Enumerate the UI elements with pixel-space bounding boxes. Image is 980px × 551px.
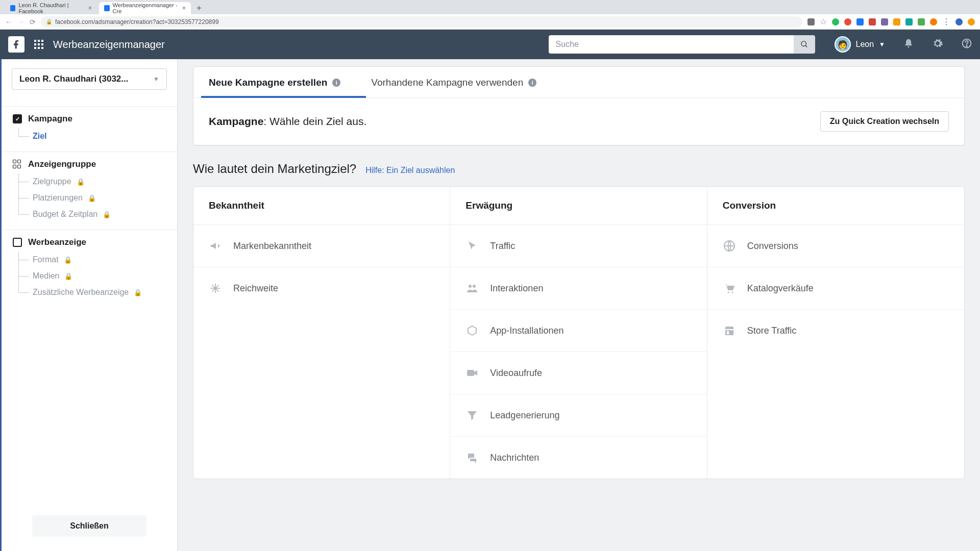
star-icon[interactable]: ☆: [820, 17, 827, 27]
sidebar-item-ziel[interactable]: Ziel: [18, 128, 166, 144]
extension-icon[interactable]: [893, 18, 900, 26]
people-icon: [465, 282, 479, 295]
campaign-prompt: Kampagne: Wähle dein Ziel aus.: [209, 115, 366, 128]
tab-new-campaign[interactable]: Neue Kampagne erstellen i: [209, 67, 340, 97]
check-icon: ✓: [13, 114, 22, 123]
funnel-icon: [465, 409, 479, 422]
extension-icon[interactable]: [930, 18, 937, 26]
goals-col-awareness: Bekanntheit Markenbekanntheit Reichweite: [193, 187, 450, 479]
page: Leon R. Chaudhari (3032... ▼ ✓ Kampagne …: [0, 59, 980, 551]
goal-lead-gen[interactable]: Leadgenerierung: [450, 394, 706, 437]
goal-brand-awareness[interactable]: Markenbekanntheit: [193, 225, 450, 267]
extension-icon[interactable]: [856, 18, 864, 26]
goal-engagement[interactable]: Interaktionen: [450, 267, 706, 310]
goals-grid: Bekanntheit Markenbekanntheit Reichweite…: [193, 186, 965, 479]
close-icon[interactable]: ×: [182, 5, 186, 12]
svg-point-15: [473, 285, 476, 288]
quick-creation-button[interactable]: Zu Quick Creation wechseln: [820, 111, 949, 132]
goal-video-views[interactable]: Videoaufrufe: [450, 352, 706, 394]
section-heading[interactable]: ✓ Kampagne: [13, 114, 166, 124]
sidebar-item-zielgruppe[interactable]: Zielgruppe🔒: [18, 173, 166, 190]
gear-icon[interactable]: [932, 38, 943, 52]
address-bar: ← → ⟳ 🔒 facebook.com/adsmanager/creation…: [0, 14, 980, 30]
new-tab-button[interactable]: +: [193, 2, 205, 14]
close-button[interactable]: Schließen: [32, 515, 146, 537]
svg-rect-5: [41, 43, 43, 45]
extension-icon[interactable]: [955, 18, 963, 26]
extension-icon[interactable]: [881, 18, 888, 26]
tab-title: Werbeanzeigenmanager - Cre: [113, 2, 179, 14]
goals-col-conversion: Conversion Conversions Katalogverkäufe S…: [707, 187, 964, 479]
menu-icon[interactable]: ⋮: [942, 17, 950, 27]
favicon-icon: [10, 5, 15, 11]
svg-rect-1: [38, 40, 40, 42]
facebook-logo[interactable]: [8, 36, 24, 53]
svg-rect-16: [467, 370, 474, 376]
svg-rect-2: [41, 40, 43, 42]
svg-point-18: [727, 292, 729, 293]
sidebar-item-budget[interactable]: Budget & Zeitplan🔒: [18, 206, 166, 222]
question-row: Wie lautet dein Marketingziel? Hilfe: Ei…: [193, 162, 965, 176]
goal-reach[interactable]: Reichweite: [193, 267, 450, 309]
adset-icon: [13, 160, 22, 169]
user-menu[interactable]: 🧑 Leon ▼: [835, 36, 885, 53]
store-icon: [723, 324, 736, 337]
chevron-down-icon: ▼: [153, 76, 159, 83]
goal-traffic[interactable]: Traffic: [450, 225, 706, 267]
goal-messages[interactable]: Nachrichten: [450, 437, 706, 479]
apps-icon[interactable]: [34, 39, 44, 49]
extension-icon[interactable]: [905, 18, 913, 26]
help-link[interactable]: Hilfe: Ein Ziel auswählen: [365, 166, 455, 175]
chevron-down-icon: ▼: [879, 41, 885, 48]
sidebar-item-medien[interactable]: Medien🔒: [18, 268, 166, 284]
reload-icon[interactable]: ⟳: [30, 18, 36, 26]
extension-icon[interactable]: [918, 18, 925, 26]
section-heading[interactable]: Werbeanzeige: [13, 237, 166, 247]
marketing-question: Wie lautet dein Marketingziel?: [193, 162, 356, 176]
forward-icon[interactable]: →: [17, 18, 24, 26]
url-input[interactable]: 🔒 facebook.com/adsmanager/creation?act=3…: [41, 16, 802, 28]
goal-app-installs[interactable]: App-Installationen: [450, 310, 706, 352]
tab-existing-campaign[interactable]: Vorhandene Kampagne verwenden i: [371, 67, 536, 97]
svg-point-12: [966, 45, 967, 46]
lock-icon: 🔒: [77, 178, 85, 186]
lock-icon: 🔒: [46, 19, 52, 24]
back-icon[interactable]: ←: [5, 18, 12, 26]
account-dropdown[interactable]: Leon R. Chaudhari (3032... ▼: [12, 68, 167, 90]
search-input[interactable]: [549, 35, 794, 54]
browser-tab[interactable]: Leon R. Chaudhari | Facebook ×: [5, 2, 97, 14]
bell-icon[interactable]: [903, 38, 914, 51]
goal-catalog-sales[interactable]: Katalogverkäufe: [707, 267, 964, 310]
close-icon[interactable]: ×: [88, 5, 92, 12]
megaphone-icon: [209, 239, 222, 253]
goal-conversions[interactable]: Conversions: [707, 225, 964, 267]
url-text: facebook.com/adsmanager/creation?act=303…: [55, 18, 219, 26]
extension-icon[interactable]: [844, 18, 851, 26]
lock-icon: 🔒: [64, 256, 72, 264]
box-icon: [465, 324, 479, 337]
svg-rect-3: [34, 43, 36, 45]
goals-col-consideration: Erwägung Traffic Interaktionen App-Insta…: [450, 187, 707, 479]
extension-icon[interactable]: [832, 18, 839, 26]
browser-chrome: Leon R. Chaudhari | Facebook × Werbeanze…: [0, 0, 980, 30]
svg-rect-0: [34, 40, 36, 42]
extension-icon[interactable]: [807, 18, 815, 26]
sidebar-item-platzierungen[interactable]: Platzierungen🔒: [18, 190, 166, 206]
campaign-card: Neue Kampagne erstellen i Vorhandene Kam…: [193, 66, 965, 145]
sidebar-item-extra[interactable]: Zusätzliche Werbeanzeige🔒: [18, 284, 166, 300]
sidebar-section-ad: Werbeanzeige Format🔒 Medien🔒 Zusätzliche…: [2, 237, 177, 300]
sidebar-section-campaign: ✓ Kampagne Ziel: [2, 114, 177, 144]
help-icon[interactable]: [962, 38, 972, 51]
video-icon: [465, 366, 479, 380]
section-heading[interactable]: Anzeigengruppe: [13, 159, 166, 169]
browser-tab[interactable]: Werbeanzeigenmanager - Cre ×: [99, 2, 191, 14]
extension-icon[interactable]: [869, 18, 876, 26]
sidebar-item-format[interactable]: Format🔒: [18, 252, 166, 268]
card-tabs: Neue Kampagne erstellen i Vorhandene Kam…: [193, 67, 964, 98]
goal-store-traffic[interactable]: Store Traffic: [707, 310, 964, 352]
info-icon[interactable]: i: [332, 79, 340, 87]
info-icon[interactable]: i: [528, 79, 536, 87]
tab-title: Leon R. Chaudhari | Facebook: [18, 2, 85, 14]
search-button[interactable]: [794, 35, 815, 54]
extension-icon[interactable]: [968, 18, 975, 26]
